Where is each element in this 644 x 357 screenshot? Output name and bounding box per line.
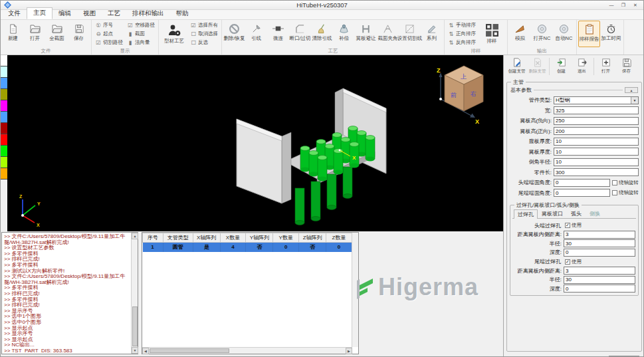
ribbon-button-simulate[interactable]: 模拟 xyxy=(509,21,531,47)
panel-button-open[interactable]: 打开 xyxy=(595,57,616,74)
table-header-3[interactable]: X数量 xyxy=(220,233,246,243)
ribbon-button-save[interactable]: 保存 xyxy=(68,21,90,47)
flange-thickness-input[interactable]: 10 xyxy=(554,148,639,156)
scroll-down-icon[interactable]: ▼ xyxy=(132,347,138,354)
ribbon-button-nest-report[interactable]: 排样报告 xyxy=(578,21,600,47)
tab-side-switch[interactable]: 侧换 xyxy=(586,209,604,218)
palette-swatch-10[interactable] xyxy=(1,168,7,179)
ribbon-button-set-cutline[interactable]: 设置切割线 xyxy=(399,21,421,47)
panel-button-create-branch[interactable]: 创建支管 xyxy=(506,57,527,74)
palette-swatch-8[interactable] xyxy=(1,146,7,157)
tab-weld-hole[interactable]: 过焊孔 xyxy=(514,209,538,219)
table-header-7[interactable]: Z数量 xyxy=(326,233,352,243)
scroll-right-icon[interactable]: ▶ xyxy=(346,348,352,354)
scroll-left-icon[interactable]: ◀ xyxy=(142,348,149,354)
collapse-section-button[interactable]: ▲ xyxy=(625,87,638,93)
tail-end-angle-input[interactable]: 0 xyxy=(554,189,610,197)
ribbon-button-notch-overcut[interactable]: 断口/过切 xyxy=(289,21,311,47)
table-horizontal-scrollbar[interactable]: ◀ ▶ xyxy=(142,347,352,354)
nav-cube[interactable]: 上 前 右 Z X xyxy=(437,66,483,125)
ribbon-toggle-show-start[interactable]: ⊖起点 xyxy=(95,30,123,38)
tail-end-angle-checkbox[interactable]: 绕轴旋转 xyxy=(610,189,639,196)
log-scroll-thumb[interactable] xyxy=(132,306,138,346)
menu-item-edit[interactable]: 编辑 xyxy=(53,9,77,19)
ribbon-button-full-section[interactable]: 全截面 xyxy=(46,21,68,47)
ribbon-toggle-deselect[interactable]: ☐取消选择 xyxy=(190,30,218,38)
tail-depth-input[interactable]: 0 xyxy=(564,285,635,293)
head-end-angle-input[interactable]: 0 xyxy=(554,179,610,187)
log-panel[interactable]: >> 文件C:/Users/57809/Desktop/模型/9.11量加工牛腿… xyxy=(1,232,138,354)
palette-swatch-5[interactable] xyxy=(1,112,7,123)
log-vertical-scrollbar[interactable]: ▲ ▼ xyxy=(131,233,138,354)
scroll-up-icon[interactable]: ▲ xyxy=(132,233,138,239)
palette-swatch-9[interactable] xyxy=(1,157,7,168)
table-header-2[interactable]: X轴阵列 xyxy=(193,233,220,243)
palette-swatch-2[interactable] xyxy=(1,78,7,89)
panel-button-create[interactable]: 创建 xyxy=(551,57,572,74)
head-depth-input[interactable]: 0 xyxy=(564,249,635,257)
table-header-6[interactable]: Z轴阵列 xyxy=(299,233,326,243)
table-header-5[interactable]: Y数量 xyxy=(273,233,299,243)
ribbon-toggle-show-number[interactable]: ①序号 xyxy=(95,21,123,29)
head-weld-hole-checkbox[interactable]: ✓使用 xyxy=(563,222,582,229)
part-length-input[interactable]: 300 xyxy=(554,168,639,176)
flange-height-negative-input[interactable]: 250 xyxy=(554,117,639,125)
table-header-4[interactable]: Y轴阵列 xyxy=(246,233,273,243)
ribbon-button-lead-line[interactable]: 引线 xyxy=(245,21,267,47)
palette-swatch-3[interactable] xyxy=(1,89,7,100)
panel-button-save[interactable]: 保存 xyxy=(616,57,637,74)
web-thickness-input[interactable]: 10 xyxy=(554,138,639,146)
ribbon-button-nest[interactable]: 排样 xyxy=(478,21,506,47)
ribbon-button-flange-avoid[interactable]: 翼板避让 xyxy=(355,21,377,47)
ribbon-toggle-show-cutpath[interactable]: ☑切割路径 xyxy=(95,39,123,47)
close-button[interactable]: ✕ xyxy=(630,1,641,9)
tail-radius-input[interactable]: 30 xyxy=(564,276,635,284)
panel-button-exit[interactable]: 退出 xyxy=(572,57,592,74)
menu-item-nest-output[interactable]: 排样和输出 xyxy=(126,9,170,19)
viewport-3d[interactable]: X 上 前 右 Z X xyxy=(7,55,504,231)
ribbon-button-series[interactable]: 系列 xyxy=(421,21,443,47)
palette-swatch-7[interactable] xyxy=(1,134,7,146)
ribbon-toggle-show-airpath[interactable]: ☑空移路径 xyxy=(127,21,155,29)
ribbon-button-clear-lead[interactable]: 清除引线 xyxy=(311,21,333,47)
chamfer-radius-input[interactable]: 10 xyxy=(554,158,639,166)
head-end-angle-checkbox[interactable]: 绕轴旋转 xyxy=(610,179,639,186)
ribbon-button-machining-time[interactable]: 加工时间 xyxy=(600,21,622,47)
maximize-button[interactable]: ❐ xyxy=(618,1,629,9)
ribbon-toggle-invert-select[interactable]: ☐反选 xyxy=(190,39,218,47)
menu-item-process[interactable]: 工艺 xyxy=(102,9,126,19)
menu-item-home[interactable]: 主页 xyxy=(27,7,53,19)
table-scroll-thumb[interactable] xyxy=(150,348,229,353)
table-row[interactable]: 1圆管是4否0否0 xyxy=(143,243,352,252)
palette-swatch-6[interactable] xyxy=(1,123,7,134)
ribbon-button-new[interactable]: 新建 xyxy=(2,21,24,47)
ribbon-button-auto-nc[interactable]: 自动NC xyxy=(553,21,575,47)
ribbon-button-open-nc[interactable]: 打开NC xyxy=(531,21,553,47)
panel-button-delete-branch[interactable]: 删除支管 xyxy=(527,57,548,74)
ribbon-button-profile-process[interactable]: 型材工艺 xyxy=(160,21,188,47)
ribbon-toggle-forward-sort[interactable]: ⇅正向排序 xyxy=(448,30,476,38)
ribbon-button-micro-joint[interactable]: 微连 xyxy=(267,21,289,47)
head-flange-inner-distance-input[interactable]: 3 xyxy=(564,231,635,239)
pipe-type-select[interactable]: H型钢▼ xyxy=(554,96,639,104)
flange-height-positive-input[interactable]: 200 xyxy=(554,127,639,135)
ribbon-toggle-select-all[interactable]: ☑选择所有 xyxy=(190,21,218,29)
head-radius-input[interactable]: 30 xyxy=(564,239,635,247)
ribbon-toggle-reverse-sort[interactable]: ⇅反向排序 xyxy=(448,39,476,47)
tail-flange-inner-distance-input[interactable]: 3 xyxy=(564,267,635,275)
ribbon-toggle-show-normal[interactable]: ▮法向量 xyxy=(127,39,155,47)
tab-arc-head[interactable]: 弧头 xyxy=(567,209,586,218)
chevron-down-icon[interactable]: ▼ xyxy=(631,97,638,104)
table-header-1[interactable]: 支管类型 xyxy=(163,233,193,243)
ribbon-button-compensation[interactable]: 补偿 xyxy=(333,21,355,47)
ribbon-button-section-angle[interactable]: 截面夹角 xyxy=(377,21,399,47)
width-input[interactable]: 325 xyxy=(554,106,639,114)
tab-flange-groove[interactable]: 翼板坡口 xyxy=(538,209,567,218)
ribbon-toggle-show-section[interactable]: ▮截面 xyxy=(127,30,155,38)
ribbon-button-delete-restore[interactable]: 删除/恢复 xyxy=(223,21,245,47)
menu-item-view[interactable]: 视图 xyxy=(77,9,102,19)
ribbon-button-open[interactable]: 打开 xyxy=(24,21,46,47)
menu-item-help[interactable]: 帮助 xyxy=(170,9,195,19)
palette-swatch-1[interactable] xyxy=(1,66,7,78)
minimize-button[interactable]: — xyxy=(606,1,617,9)
